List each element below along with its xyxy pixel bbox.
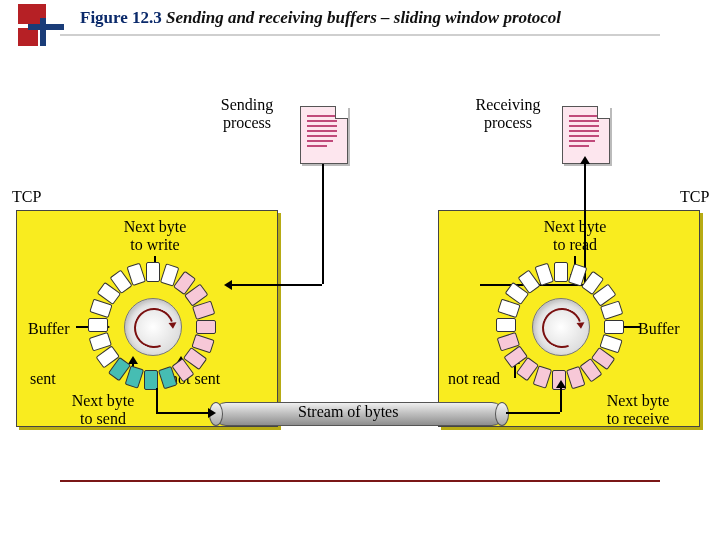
arrow-pipe-to-recv-v <box>560 388 562 412</box>
arrow-sending-elbow <box>232 284 322 286</box>
sent-label: sent <box>30 370 56 388</box>
arrow-send-to-pipe-v <box>156 388 158 412</box>
sending-ring-buffer <box>92 266 212 386</box>
divider-top <box>60 34 660 36</box>
next-byte-write-label: Next byteto write <box>110 218 200 255</box>
stream-label: Stream of bytes <box>298 403 398 421</box>
next-byte-send-label: Next byteto send <box>58 392 148 429</box>
sending-buffer-label: Buffer <box>28 320 69 338</box>
not-read-label: not read <box>448 370 500 388</box>
next-byte-read-label: Next byteto read <box>530 218 620 255</box>
divider-bottom <box>60 480 660 482</box>
slide-logo <box>18 4 64 46</box>
arrow-pipe-to-recv-h <box>506 412 560 414</box>
sending-process-label: Sendingprocess <box>202 96 292 133</box>
figure-number: Figure 12.3 <box>80 8 162 28</box>
receiving-ring-buffer <box>500 266 620 386</box>
arrow-sending-down <box>322 164 324 284</box>
receiving-process-label: Receivingprocess <box>458 96 558 133</box>
receiving-buffer-label: Buffer <box>638 320 679 338</box>
figure-title: Sending and receiving buffers – sliding … <box>166 8 561 28</box>
tcp-label-left: TCP <box>12 188 41 206</box>
next-byte-receive-label: Next byteto receive <box>588 392 688 429</box>
tcp-label-right: TCP <box>680 188 709 206</box>
sending-process-icon <box>300 106 348 164</box>
arrow-send-to-pipe-h <box>156 412 208 414</box>
